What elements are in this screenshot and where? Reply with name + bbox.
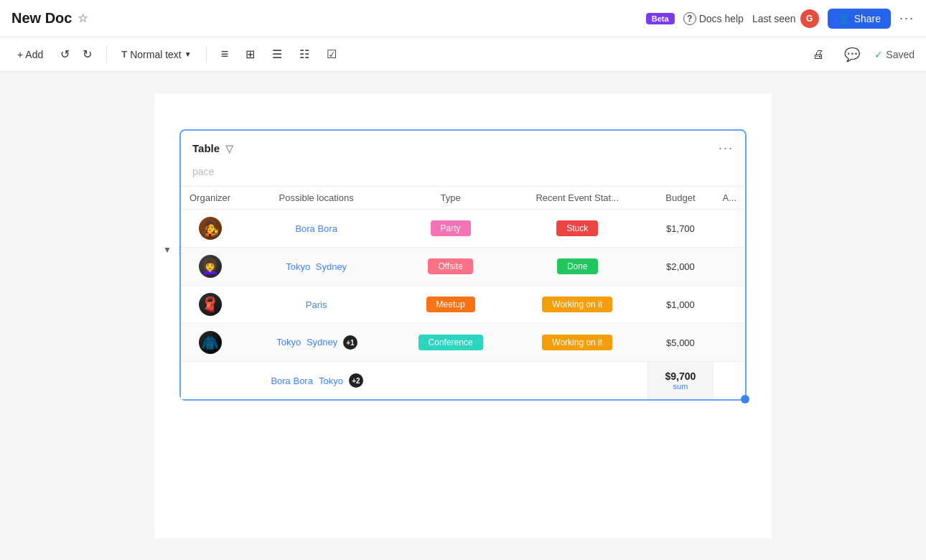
toolbar-divider-2 [206,46,207,63]
numbered-list-button[interactable]: ☷ [294,44,315,65]
star-icon[interactable]: ☆ [78,11,88,25]
table-row: 👩‍🦱 Tokyo Sydney Offsite Done [181,248,745,286]
question-icon: ? [683,12,696,25]
summary-organizer [181,362,239,400]
align-button[interactable]: ≡ [215,43,235,65]
summary-location-tag[interactable]: Tokyo [319,375,343,386]
text-format-selector[interactable]: T Normal text ▼ [116,45,197,64]
type-badge-1: Party [431,220,471,236]
location-tag[interactable]: Tokyo [276,337,301,347]
row1-locations: Bora Bora [239,210,393,248]
topbar: New Doc ☆ Beta ? Docs help Last seen G 👤… [0,0,926,37]
summary-locations: Bora Bora Tokyo +2 [239,362,393,400]
person-icon: 👤 [838,13,850,24]
row4-locations: Tokyo Sydney +1 [239,324,393,362]
document-title-area: New Doc ☆ [11,10,88,27]
location-tag[interactable]: Paris [306,299,327,310]
extra-locations-badge: +1 [343,335,357,350]
avatar-2: 👩‍🦱 [199,255,222,278]
status-badge-2: Done [557,258,598,274]
toolbar-divider-1 [106,46,107,63]
summary-extra [714,362,745,400]
add-button[interactable]: + Add [11,45,49,64]
row3-type: Meetup [393,286,508,324]
space-placeholder: pace [181,163,745,186]
avatar-4: 🧥 [199,331,222,354]
summary-type [393,362,508,400]
row1-type: Party [393,210,508,248]
doc-title: New Doc [11,10,72,27]
docs-help-button[interactable]: ? Docs help [683,12,744,25]
chevron-down-icon: ▼ [184,50,192,58]
table-insert-button[interactable]: ⊞ [240,44,261,65]
beta-badge: Beta [646,13,675,24]
row1-organizer: 🧑‍🎤 [181,210,239,248]
col-type: Type [393,187,508,210]
redo-button[interactable]: ↻ [77,44,98,65]
user-avatar: G [800,9,819,28]
col-extra: A... [714,187,745,210]
avatar-3: 🧣 [199,293,222,316]
row3-budget: $1,000 [647,286,714,324]
row4-organizer: 🧥 [181,324,239,362]
table-block: Table ▽ ··· pace Organizer Possible loca… [179,129,747,401]
main-content: ▼ ⋮⋮ Table ▽ ··· pace Organizer Possible… [0,72,926,560]
status-badge-3: Working on it [542,297,612,312]
toolbar-right: 🖨 💬 ✓ Saved [807,43,915,66]
row4-extra [714,324,745,362]
row2-locations: Tokyo Sydney [239,248,393,286]
resize-handle[interactable] [741,395,749,403]
location-tag[interactable]: Sydney [307,337,337,347]
row2-organizer: 👩‍🦱 [181,248,239,286]
table-more-button[interactable]: ··· [719,141,734,156]
summary-extra-badge: +2 [349,373,363,388]
undo-button[interactable]: ↺ [55,44,75,65]
last-seen: Last seen G [752,9,819,28]
share-button[interactable]: 👤 Share [828,9,891,29]
docs-help-label: Docs help [699,13,744,24]
status-badge-1: Stuck [556,220,598,236]
undo-redo-group: ↺ ↻ [55,44,98,65]
row4-status: Working on it [508,324,647,362]
summary-status [508,362,647,400]
type-badge-4: Conference [418,335,483,350]
row1-status: Stuck [508,210,647,248]
row1-extra [714,210,745,248]
location-tag[interactable]: Sydney [316,261,347,272]
type-badge-2: Offsite [428,258,472,274]
table-title-area: Table ▽ [192,142,233,154]
row4-budget: $5,000 [647,324,714,362]
table-row: 🧣 Paris Meetup Working on it $1,000 [181,286,745,324]
type-badge-3: Meetup [426,297,475,312]
budget-total: $9,700 [655,370,705,382]
table-header-bar: Table ▽ ··· [181,131,745,163]
table-title-text: Table [192,142,220,154]
row3-organizer: 🧣 [181,286,239,324]
saved-status: ✓ Saved [874,49,915,60]
bullet-list-button[interactable]: ☰ [266,44,288,65]
row2-budget: $2,000 [647,248,714,286]
checkbox-button[interactable]: ☑ [321,44,342,65]
row1-budget: $1,700 [647,210,714,248]
row3-extra [714,286,745,324]
row3-status: Working on it [508,286,647,324]
table-header-row: Organizer Possible locations Type Recent… [181,187,745,210]
budget-sum-label: sum [655,382,705,391]
toolbar: + Add ↺ ↻ T Normal text ▼ ≡ ⊞ ☰ ☷ ☑ 🖨 💬 … [0,37,926,72]
location-tag[interactable]: Bora Bora [295,223,337,234]
comment-button[interactable]: 💬 [838,43,866,66]
block-expand-icon[interactable]: ▼ [163,245,172,255]
print-button[interactable]: 🖨 [807,45,830,65]
summary-budget-cell: $9,700 sum [647,362,714,400]
summary-location-tag[interactable]: Bora Bora [271,375,313,386]
row2-extra [714,248,745,286]
more-options-button[interactable]: ··· [899,11,915,26]
filter-icon[interactable]: ▽ [225,143,233,154]
summary-row: Bora Bora Tokyo +2 $9,700 sum [181,362,745,400]
avatar-1: 🧑‍🎤 [199,217,222,240]
last-seen-label: Last seen [752,13,796,24]
table-row: 🧥 Tokyo Sydney +1 Conference Working [181,324,745,362]
row2-status: Done [508,248,647,286]
topbar-right: Beta ? Docs help Last seen G 👤 Share ··· [646,9,915,29]
location-tag[interactable]: Tokyo [286,261,310,272]
